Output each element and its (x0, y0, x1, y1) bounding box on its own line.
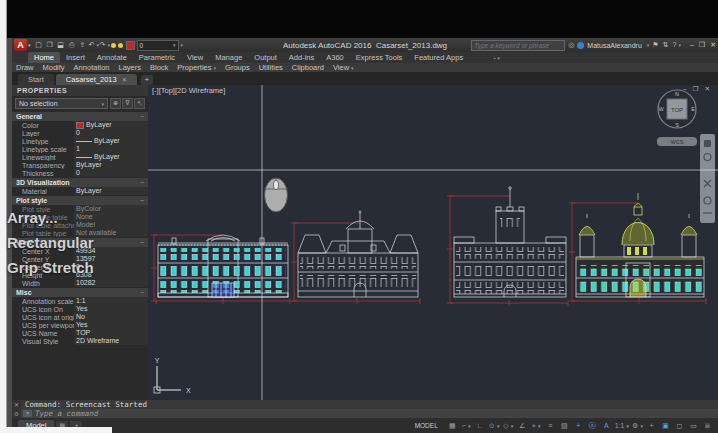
collapse-icon[interactable]: − (140, 179, 144, 186)
property-value[interactable]: Yes (74, 321, 148, 329)
property-value[interactable]: Yes (74, 305, 148, 313)
application-menu-button[interactable]: A (14, 39, 27, 51)
minimize-button[interactable]: ‒ (690, 41, 694, 49)
quick-properties-icon[interactable]: ▣ (659, 420, 672, 431)
property-value[interactable]: TOP (74, 329, 148, 337)
collapse-icon[interactable]: − (140, 197, 144, 204)
property-value[interactable]: No (74, 313, 148, 321)
isolate-objects-icon[interactable]: ◻ (673, 420, 686, 431)
property-value[interactable]: 0 (74, 129, 148, 137)
property-value[interactable]: 1 (74, 145, 148, 153)
file-tab-start[interactable]: Start (18, 74, 54, 85)
tab-view[interactable]: View (181, 52, 209, 63)
annotation-monitor-icon[interactable]: + (645, 420, 658, 431)
user-avatar-icon[interactable] (577, 42, 584, 49)
lineweight-icon[interactable]: ≡ (544, 420, 557, 431)
tab-express-tools[interactable]: Express Tools (350, 52, 409, 63)
selection-dropdown[interactable]: No selection▾ (15, 98, 108, 109)
property-value[interactable]: ByLayer (74, 137, 148, 145)
new-file-icon[interactable]: ▢ (34, 41, 44, 49)
command-window-grip[interactable]: ✕ ⚙ (12, 400, 21, 418)
tab-annotate[interactable]: Annotate (91, 52, 133, 63)
application-menu-arrow-icon[interactable]: ▾ (28, 42, 31, 48)
restore-button[interactable]: ❐ (699, 41, 705, 49)
undo-icon[interactable]: ↶ (89, 41, 99, 49)
panel-block[interactable]: Block (150, 63, 168, 72)
sync-icon[interactable]: ⇅ (663, 41, 669, 49)
section-header[interactable]: Misc− (12, 288, 148, 297)
panel-properties[interactable]: Properties (177, 63, 216, 72)
lightbulb-icon[interactable] (118, 43, 123, 48)
property-value[interactable]: ByLayer (74, 161, 148, 169)
command-line[interactable]: ✕ ⚙ Command: Screencast Started > Type a… (12, 400, 718, 418)
layer-dropdown[interactable]: 0▾ (137, 40, 179, 51)
property-value[interactable]: 0 (74, 169, 148, 177)
help-icon[interactable]: ? (673, 41, 681, 49)
viewcube-menu[interactable]: WCS (657, 137, 697, 146)
object-snap-tracking-icon[interactable]: ∠ (516, 420, 529, 431)
property-value[interactable]: 1:1 (74, 297, 148, 305)
properties-palette-title[interactable]: PROPERTIES (12, 85, 148, 96)
search-icon[interactable]: ◎ (568, 41, 574, 49)
panel-groups[interactable]: Groups (225, 63, 250, 72)
model-space-canvas[interactable]: TOP N E S W WCS (148, 85, 718, 400)
redo-icon[interactable]: ↷ (100, 41, 110, 49)
dynamic-input-icon[interactable]: + (572, 420, 585, 431)
panel-view[interactable]: View (333, 63, 354, 72)
section-header[interactable]: Plot style− (12, 196, 148, 205)
user-menu-arrow-icon[interactable]: ▾ (647, 42, 650, 48)
isometric-drafting-icon[interactable]: ◇ (502, 420, 515, 431)
tab-parametric[interactable]: Parametric (133, 52, 181, 63)
snap-mode-icon[interactable]: ⌐ (460, 420, 473, 431)
building-elevation-1[interactable] (158, 235, 288, 297)
panel-annotation[interactable]: Annotation (74, 63, 110, 72)
customize-icon[interactable]: ⚙ (14, 410, 19, 417)
tab-output[interactable]: Output (248, 52, 283, 63)
viewport-controls-label[interactable]: [-][Top][2D Wireframe] (152, 86, 225, 95)
save-icon[interactable]: ⬓ (56, 41, 66, 49)
publish-icon[interactable]: ⇪ (78, 41, 88, 49)
annotation-scale-icon[interactable]: 1:1 (614, 420, 630, 431)
collapse-icon[interactable]: − (140, 113, 144, 120)
close-tab-icon[interactable]: ✕ (122, 76, 127, 83)
section-header[interactable]: 3D Visualization− (12, 178, 148, 187)
drawing-viewport[interactable]: [-][Top][2D Wireframe] ‒ ❐ ✕ (148, 85, 718, 400)
select-objects-icon[interactable]: ↖ (134, 98, 145, 109)
tab-insert[interactable]: Insert (60, 52, 91, 63)
a360-notify-icon[interactable]: ⚑ (652, 41, 658, 49)
tab-featured-apps[interactable]: Featured Apps (408, 52, 469, 63)
panel-layers[interactable]: Layers (118, 63, 141, 72)
pick-add-toggle-icon[interactable]: ⊕ (110, 98, 121, 109)
viewport-minimize-icon[interactable]: ‒ (683, 85, 687, 93)
model-space-indicator[interactable]: MODEL (411, 421, 442, 430)
tab-add-ins[interactable]: Add-ins (283, 52, 320, 63)
file-tab-drawing[interactable]: Casarset_2013 ✕ (56, 74, 137, 85)
property-value[interactable]: ByLayer (74, 121, 148, 129)
building-elevation-3[interactable] (454, 187, 566, 297)
plot-icon[interactable]: ⎙ (67, 41, 77, 49)
viewport-restore-icon[interactable]: ❐ (693, 85, 699, 93)
command-input-placeholder[interactable]: Type a command (35, 409, 98, 418)
panel-utilities[interactable]: Utilities (259, 63, 283, 72)
ortho-mode-icon[interactable]: ∟ (474, 420, 487, 431)
lightbulb-icon[interactable] (111, 43, 116, 48)
building-elevation-4[interactable] (576, 193, 704, 297)
tab-home[interactable]: Home (28, 52, 60, 63)
close-button[interactable]: ✕ (710, 41, 716, 49)
building-elevation-2[interactable] (298, 211, 418, 297)
viewcube[interactable]: TOP N E S W WCS (657, 90, 697, 146)
signed-in-user[interactable]: MatusaAlexandru (587, 42, 641, 49)
viewport-close-icon[interactable]: ✕ (705, 85, 710, 93)
close-icon[interactable]: ✕ (14, 401, 19, 408)
color-swatch-icon[interactable] (126, 41, 135, 50)
new-drawing-tab-button[interactable]: + (141, 75, 153, 85)
clean-screen-icon[interactable]: ▭ (687, 420, 700, 431)
command-input-row[interactable]: > Type a command (21, 409, 718, 418)
open-file-icon[interactable]: ❐ (45, 41, 55, 49)
panel-modify[interactable]: Modify (43, 63, 65, 72)
section-header[interactable]: General− (12, 112, 148, 121)
object-snap-icon[interactable]: ⌖ (530, 420, 543, 431)
tab-manage[interactable]: Manage (209, 52, 248, 63)
panel-draw[interactable]: Draw (16, 63, 34, 72)
property-value[interactable]: 2D Wireframe (74, 337, 148, 345)
